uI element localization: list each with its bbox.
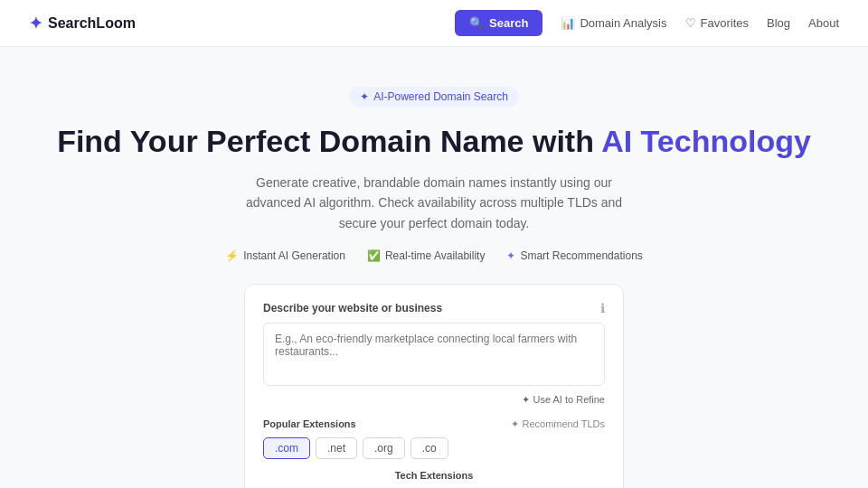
nav-domain-analysis-label: Domain Analysis	[580, 16, 666, 30]
feature-instant-ai-label: Instant AI Generation	[243, 249, 345, 262]
pill-net[interactable]: .net	[316, 437, 357, 459]
badge-text: AI-Powered Domain Search	[373, 90, 508, 103]
feature-instant-ai: ⚡ Instant AI Generation	[225, 249, 345, 262]
feature-smart: ✦ Smart Recommendations	[506, 249, 642, 262]
nav-link-domain-analysis[interactable]: 📊 Domain Analysis	[561, 16, 666, 30]
logo-text: SearchLoom	[48, 15, 136, 32]
tech-extensions-title: Tech Extensions	[263, 470, 605, 481]
feature-realtime-label: Real-time Availability	[385, 249, 486, 262]
feature-realtime: ✅ Real-time Availability	[367, 249, 486, 262]
popular-pills-group: .com .net .org .co	[263, 437, 605, 459]
hero-features: ⚡ Instant AI Generation ✅ Real-time Avai…	[18, 249, 850, 262]
nav-blog-label: Blog	[767, 16, 790, 30]
card-label: Describe your website or business	[263, 302, 442, 314]
pill-org[interactable]: .org	[363, 437, 405, 459]
popular-extensions-title: Popular Extensions	[263, 418, 356, 429]
ai-refine-button[interactable]: ✦ Use AI to Refine	[522, 394, 606, 406]
lightning-icon: ⚡	[225, 249, 239, 262]
hero-description: Generate creative, brandable domain name…	[244, 173, 624, 233]
nav-about-label: About	[808, 16, 839, 30]
business-description-input[interactable]	[263, 323, 605, 386]
sparkle-icon: ✦	[506, 249, 515, 262]
logo[interactable]: ✦ SearchLoom	[29, 14, 136, 33]
pill-co[interactable]: .co	[410, 437, 448, 459]
navbar: ✦ SearchLoom 🔍 Search 📊 Domain Analysis …	[0, 0, 868, 47]
chart-icon: 📊	[561, 16, 575, 30]
popular-extensions-row: Popular Extensions ✦ Recommend TLDs	[263, 418, 605, 430]
nav-right: 🔍 Search 📊 Domain Analysis ♡ Favorites B…	[455, 10, 839, 36]
nav-favorites-label: Favorites	[701, 16, 749, 30]
recommend-icon: ✦	[511, 418, 519, 430]
nav-search-button[interactable]: 🔍 Search	[455, 10, 542, 36]
info-icon[interactable]: ℹ	[600, 301, 605, 315]
nav-search-label: Search	[489, 16, 528, 30]
check-icon: ✅	[367, 249, 381, 262]
hero-title-highlight: AI Technology	[601, 124, 811, 158]
hero-title-start: Find Your Perfect Domain Name with	[57, 124, 601, 158]
hero-title: Find Your Perfect Domain Name with AI Te…	[18, 123, 850, 160]
ai-refine-row: ✦ Use AI to Refine	[263, 394, 605, 406]
pill-com[interactable]: .com	[263, 437, 310, 459]
ai-refine-icon: ✦	[522, 394, 530, 406]
nav-link-favorites[interactable]: ♡ Favorites	[685, 16, 749, 30]
card-label-row: Describe your website or business ℹ	[263, 301, 605, 315]
recommend-tlds-button[interactable]: ✦ Recommend TLDs	[511, 418, 606, 430]
search-card: Describe your website or business ℹ ✦ Us…	[244, 284, 624, 488]
hero-section: ✦ AI-Powered Domain Search Find Your Per…	[0, 47, 868, 488]
feature-smart-label: Smart Recommendations	[520, 249, 642, 262]
recommend-label: Recommend TLDs	[523, 418, 606, 429]
search-icon: 🔍	[469, 16, 484, 30]
hero-badge: ✦ AI-Powered Domain Search	[349, 87, 519, 107]
nav-link-blog[interactable]: Blog	[767, 16, 790, 30]
heart-icon: ♡	[685, 16, 696, 30]
nav-link-about[interactable]: About	[808, 16, 839, 30]
ai-refine-label: Use AI to Refine	[533, 394, 606, 405]
logo-icon: ✦	[29, 14, 42, 33]
badge-icon: ✦	[360, 90, 369, 103]
